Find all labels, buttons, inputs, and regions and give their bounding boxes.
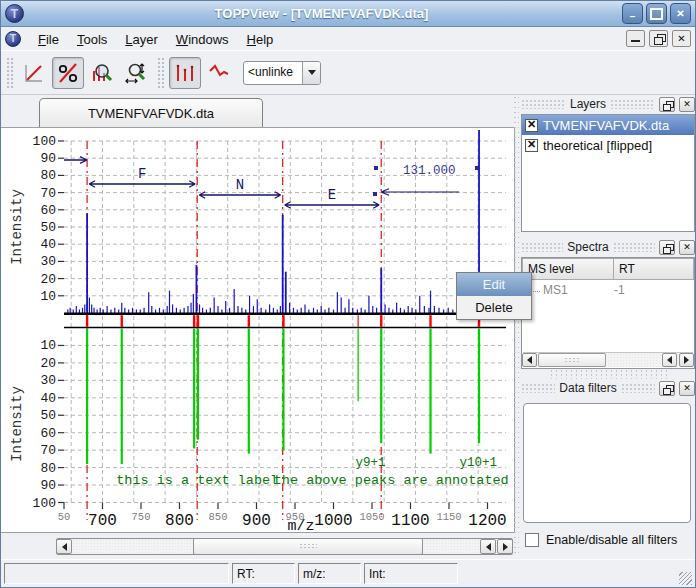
- toolbar-handle[interactable]: [157, 57, 164, 89]
- spectra-row[interactable]: MS1-1: [522, 280, 694, 300]
- svg-text:y9+1: y9+1: [355, 456, 385, 470]
- intensity-axes-mode-button[interactable]: [18, 57, 50, 89]
- svg-text:1000: 1000: [314, 512, 352, 530]
- combo-dropdown-button[interactable]: [302, 62, 320, 84]
- context-menu-item-delete[interactable]: Delete: [457, 296, 531, 319]
- svg-text:20: 20: [40, 356, 56, 371]
- layer-item[interactable]: TVMENFVAFVDK.dta: [522, 115, 694, 135]
- menu-tools[interactable]: Tools: [68, 30, 116, 49]
- svg-text:70: 70: [40, 186, 56, 201]
- draw-peaks-mode-button[interactable]: [169, 57, 201, 89]
- mdi-close-button[interactable]: [672, 30, 691, 47]
- svg-text:900: 900: [242, 512, 271, 530]
- titlebar[interactable]: T TOPPView - [TVMENFVAFVDK.dta]: [1, 1, 695, 27]
- spectra-close-button[interactable]: [679, 240, 695, 255]
- svg-text:50: 50: [40, 220, 56, 235]
- status-message-field: [4, 563, 229, 584]
- menu-windows[interactable]: Windows: [167, 30, 238, 49]
- svg-text:1200: 1200: [468, 512, 506, 530]
- svg-text:1150: 1150: [436, 511, 461, 523]
- minimize-button[interactable]: [622, 3, 643, 24]
- layer-visibility-checkbox[interactable]: [525, 139, 538, 152]
- svg-text:800: 800: [165, 512, 194, 530]
- close-button[interactable]: [670, 3, 691, 24]
- scroll-left-button-2[interactable]: [480, 539, 496, 554]
- mdi-child-icon: T: [5, 31, 21, 47]
- layer-visibility-checkbox[interactable]: [525, 119, 538, 132]
- layer-label: TVMENFVAFVDK.dta: [543, 118, 669, 133]
- status-rt-field: RT:: [232, 563, 295, 584]
- link-spectra-combo[interactable]: <unlinke: [243, 61, 321, 85]
- magnifier-peaks-icon: [90, 61, 114, 85]
- spectrum-canvas[interactable]: 1010202030304040505060607070808090901001…: [1, 127, 515, 533]
- draw-profile-mode-button[interactable]: [203, 57, 235, 89]
- maximize-button[interactable]: [646, 3, 667, 24]
- spectra-scroll-left[interactable]: [522, 353, 537, 367]
- tab-spectrum[interactable]: TVMENFVAFVDK.dta: [39, 98, 263, 127]
- svg-text:80: 80: [40, 168, 56, 183]
- layers-close-button[interactable]: [679, 97, 695, 112]
- svg-text:50: 50: [58, 511, 71, 523]
- tabbar: TVMENFVAFVDK.dta: [1, 95, 515, 127]
- svg-text:850: 850: [209, 511, 228, 523]
- svg-text:60: 60: [40, 203, 56, 218]
- scroll-right-button[interactable]: [497, 539, 513, 554]
- svg-text:700: 700: [88, 512, 117, 530]
- magnifier-arrows-icon: [124, 61, 148, 85]
- spectra-scroll-thumb[interactable]: [538, 353, 606, 367]
- horizontal-scrollbar[interactable]: [56, 538, 513, 555]
- resize-grip[interactable]: [679, 572, 692, 585]
- svg-text:90: 90: [40, 478, 56, 493]
- spectra-column-header[interactable]: MS level: [522, 258, 614, 280]
- intensity-percentage-mode-button[interactable]: [52, 57, 84, 89]
- svg-text:30: 30: [40, 373, 56, 388]
- svg-text:N: N: [236, 177, 244, 193]
- spectra-panel-header[interactable]: Spectra: [519, 238, 696, 256]
- mdi-minimize-button[interactable]: [626, 30, 645, 47]
- combo-value: <unlinke: [244, 62, 302, 84]
- toolbar-handle[interactable]: [6, 57, 13, 89]
- measure-mode-button[interactable]: [120, 57, 152, 89]
- spectra-scroll-left-2[interactable]: [662, 353, 677, 367]
- zoom-mode-button[interactable]: [86, 57, 118, 89]
- svg-text:100: 100: [33, 134, 56, 149]
- spectra-panel-title: Spectra: [567, 240, 608, 254]
- svg-text:20: 20: [40, 272, 56, 287]
- scrollbar-thumb[interactable]: [193, 538, 423, 555]
- data-filters-panel-title: Data filters: [559, 381, 616, 395]
- spectra-table: MS levelRT MS1-1: [521, 257, 695, 369]
- statusbar: RT: m/z: Int:: [1, 559, 695, 587]
- data-filters-close-button[interactable]: [679, 381, 695, 396]
- spectra-column-header[interactable]: RT: [614, 258, 694, 280]
- menu-file[interactable]: File: [29, 30, 68, 49]
- spectra-scroll-right[interactable]: [679, 353, 694, 367]
- profile-line-icon: [207, 61, 231, 85]
- svg-text:m/z: m/z: [287, 518, 314, 532]
- svg-text:60: 60: [40, 426, 56, 441]
- context-menu: EditDelete: [456, 272, 532, 320]
- svg-text:Intensity: Intensity: [9, 386, 25, 462]
- layers-float-button[interactable]: [659, 97, 675, 112]
- spectra-scrollbar[interactable]: [523, 352, 693, 367]
- data-filters-list[interactable]: [523, 403, 691, 523]
- layers-panel-title: Layers: [570, 97, 606, 111]
- chevron-down-icon: [308, 70, 316, 75]
- data-filters-float-button[interactable]: [659, 381, 675, 396]
- enable-filters-checkbox[interactable]: [525, 533, 539, 547]
- context-menu-item-edit[interactable]: Edit: [457, 273, 531, 296]
- enable-filters-label: Enable/disable all filters: [546, 533, 677, 547]
- layers-panel-header[interactable]: Layers: [519, 95, 696, 113]
- spectra-float-button[interactable]: [659, 240, 675, 255]
- data-filters-panel-header[interactable]: Data filters: [519, 379, 696, 397]
- mdi-restore-button[interactable]: [649, 30, 668, 47]
- svg-text:F: F: [138, 166, 146, 182]
- svg-text:10: 10: [40, 289, 56, 304]
- status-int-field: Int:: [364, 563, 458, 584]
- menu-layer[interactable]: Layer: [116, 30, 167, 49]
- svg-text:y10+1: y10+1: [460, 456, 498, 470]
- layer-label: theoretical [flipped]: [543, 138, 652, 153]
- menu-help[interactable]: Help: [238, 30, 283, 49]
- dock-splitter-horizontal[interactable]: [549, 369, 667, 379]
- layer-item[interactable]: theoretical [flipped]: [522, 135, 694, 155]
- scroll-left-button[interactable]: [56, 539, 72, 554]
